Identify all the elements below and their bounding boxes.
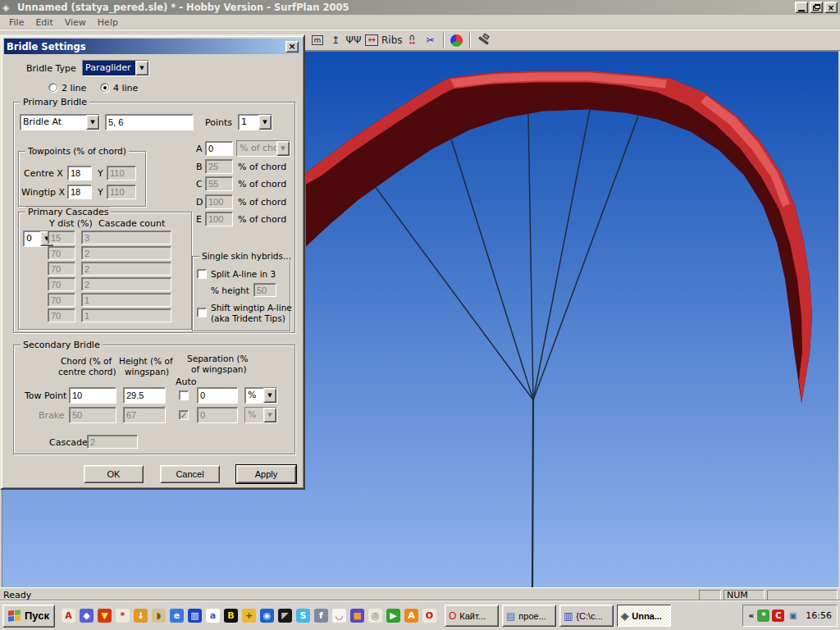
colorful-app-icon[interactable]: ■ (350, 609, 364, 623)
cascade-count-input-5 (81, 308, 171, 322)
chevron-down-icon: ▼ (263, 408, 276, 422)
f-circle-app-icon[interactable]: f (314, 609, 328, 623)
minimize-button[interactable] (795, 2, 808, 13)
dialog-close-icon[interactable]: × (285, 41, 299, 52)
centre-y-input (107, 166, 136, 180)
ok-button[interactable]: OK (84, 465, 144, 483)
centre-x-input[interactable] (67, 166, 92, 180)
row-c-label: C (196, 179, 203, 189)
span-measure-icon[interactable]: ↔ (363, 32, 380, 48)
columns-window-icon[interactable]: ▥ (188, 609, 202, 623)
split-a-line-checkbox[interactable] (197, 269, 207, 279)
taskbar: Пуск A◆▼*↓◗e▥aB+◉◤Sf◡■◎▶AO O Кайт... ▤ п… (0, 600, 840, 630)
bridle-type-select[interactable]: Paraglider ▼ (82, 60, 149, 76)
download-window-icon[interactable]: ↓ (134, 609, 148, 623)
lips-app-icon[interactable]: ◡ (332, 609, 346, 623)
toolbar-separator (443, 33, 445, 48)
secondary-bridle-group-label: Secondary Bridle (21, 340, 103, 350)
row-a-unit-select: % of chord ▼ (236, 140, 290, 157)
app-icon: ◈ (2, 2, 14, 13)
dialog-title: Bridle Settings (7, 41, 285, 52)
satellite-dish-icon[interactable]: ◗ (152, 609, 166, 623)
flashget-icon[interactable]: ▼ (98, 609, 112, 623)
taskbar-task-project[interactable]: ▤ прое... (502, 605, 556, 627)
opera-icon: O (449, 610, 456, 622)
color-wheel-icon[interactable] (449, 32, 465, 48)
bridle-at-select[interactable]: Bridle At ▼ (20, 114, 100, 130)
wingtip-x-input[interactable] (67, 185, 92, 199)
chevron-down-icon[interactable]: ▼ (258, 115, 272, 130)
quick-launch: A◆▼*↓◗e▥aB+◉◤Sf◡■◎▶AO (62, 609, 436, 623)
axis-icon[interactable]: ↥ (327, 32, 344, 48)
media-player-icon[interactable]: ▶ (386, 609, 400, 623)
chevron-down-icon[interactable]: ▼ (263, 388, 276, 403)
close-button[interactable]: × (824, 2, 838, 13)
brake-chord-input (69, 407, 116, 423)
dialog-titlebar: Bridle Settings × (4, 39, 301, 54)
c-tray-icon[interactable]: C (772, 609, 784, 622)
menu-edit[interactable]: Edit (30, 16, 58, 30)
points-select[interactable]: 1 ▼ (238, 114, 272, 130)
chevron-down-icon[interactable]: ▼ (86, 115, 99, 130)
chevron-down-icon[interactable]: ▼ (135, 61, 148, 75)
shield-app-icon[interactable]: ◆ (80, 609, 94, 623)
menubar: File Edit View Help (0, 15, 840, 30)
tow-point-unit-select[interactable]: % ▼ (244, 387, 277, 404)
red-star-app-icon[interactable]: * (116, 609, 130, 623)
document-icon: ▤ (506, 610, 515, 622)
row-a-label: A (196, 144, 203, 154)
radio-2line[interactable] (48, 83, 57, 92)
wingtip-x-label: Wingtip X (21, 187, 65, 198)
menu-view[interactable]: View (59, 16, 92, 30)
gear-app-icon[interactable]: ◎ (368, 609, 382, 623)
ribs-button[interactable]: Ribs (381, 32, 403, 48)
brake-separation-input (197, 407, 238, 423)
taskbar-task-explorer[interactable]: ▥ {C:\c... (559, 605, 614, 627)
separation-header-2: of wingspan) (191, 364, 247, 374)
tow-point-chord-input[interactable] (69, 387, 116, 404)
scissors-icon[interactable]: ✂ (422, 32, 439, 48)
aimp-icon[interactable]: A (404, 609, 418, 623)
bridle-lines-icon[interactable]: ΨΨ (345, 32, 362, 48)
internet-explorer-icon[interactable]: e (170, 609, 184, 623)
restore-button[interactable] (810, 2, 823, 13)
row-a-input[interactable] (205, 141, 233, 156)
tow-point-height-input[interactable] (123, 387, 166, 404)
batman-app-icon[interactable]: B (224, 609, 238, 623)
a-box-icon[interactable]: a (206, 609, 220, 623)
cascade-count-input-0 (81, 231, 171, 244)
tray-expand-chevron[interactable]: « (748, 610, 754, 621)
apply-button[interactable]: Apply (236, 465, 296, 483)
windows-logo-icon (8, 609, 21, 623)
menu-help[interactable]: Help (92, 16, 124, 30)
network-tray-icon[interactable]: ▣ (787, 609, 799, 622)
menu-file[interactable]: File (3, 16, 30, 30)
tools-app-icon[interactable]: + (242, 609, 256, 623)
split-a-line-label: Split A-line in 3 (211, 269, 276, 279)
brake-height-input (123, 407, 166, 423)
auto-label: Auto (176, 377, 197, 387)
tow-point-separation-input[interactable] (197, 387, 238, 404)
ruler-icon[interactable]: m (309, 32, 326, 48)
tow-point-auto-checkbox[interactable] (179, 390, 189, 400)
cascade-label: Cascade (49, 437, 88, 448)
antivirus-tray-icon[interactable]: * (757, 609, 769, 622)
radio-4line[interactable] (100, 83, 109, 92)
acdsee-icon[interactable]: A (62, 609, 75, 623)
black-app-icon[interactable]: ◤ (278, 609, 292, 623)
cancel-button[interactable]: Cancel (160, 465, 220, 483)
taskbar-task-kite[interactable]: O Кайт... (445, 605, 499, 627)
height-pct-input (253, 283, 276, 297)
taskbar-task-surfplan[interactable]: ◈ Unna... (617, 605, 671, 627)
opera-icon[interactable]: O (422, 609, 436, 623)
google-earth-icon[interactable]: ◉ (260, 609, 274, 623)
secondary-cascade-input (87, 435, 138, 449)
shift-wingtip-checkbox[interactable] (197, 308, 207, 317)
height-header-1: Height (% of (119, 356, 173, 366)
start-button[interactable]: Пуск (2, 605, 55, 628)
arc-measure-icon[interactable]: ∩ ↔ (404, 32, 421, 48)
toolbar-separator (469, 33, 471, 48)
hammer-icon[interactable] (475, 32, 491, 48)
skype-icon[interactable]: S (296, 609, 310, 623)
bridle-at-input[interactable] (105, 114, 194, 130)
